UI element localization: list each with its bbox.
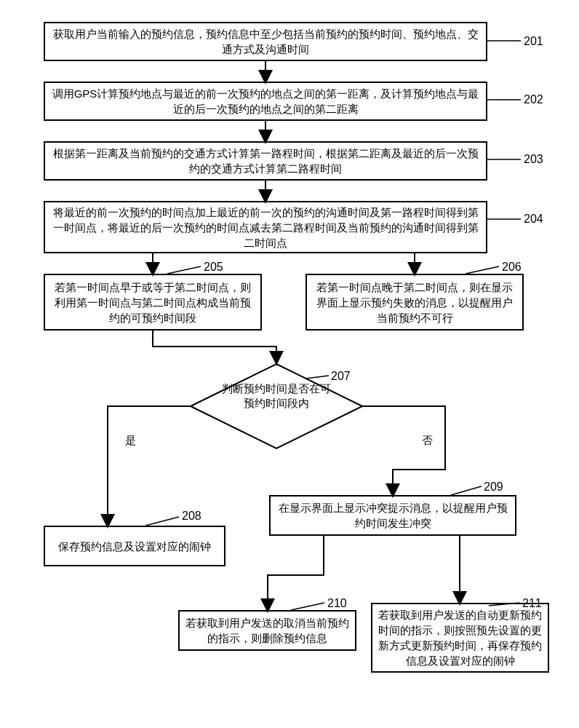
node-209: 在显示界面上显示冲突提示消息，以提醒用户预约时间发生冲突: [269, 495, 516, 536]
label-202: 202: [524, 93, 543, 106]
node-204-text: 将最近的前一次预约的时间点加上最近的前一次的预约的沟通时间及第一路程时间得到第一…: [51, 205, 480, 250]
label-209: 209: [484, 480, 503, 494]
svg-line-15: [291, 603, 324, 610]
label-207: 207: [331, 370, 351, 383]
svg-line-11: [466, 266, 499, 274]
label-206: 206: [502, 261, 522, 274]
label-201: 201: [524, 35, 543, 48]
label-205: 205: [204, 261, 223, 274]
node-206: 若第一时间点晚于第二时间点，则在显示界面上显示预约失败的消息，以提醒用户当前预约…: [306, 274, 524, 331]
label-210: 210: [327, 597, 347, 610]
edge-yes: 是: [125, 434, 136, 448]
svg-line-13: [145, 517, 179, 526]
node-208-text: 保存预约信息及设置对应的闹钟: [58, 539, 211, 554]
svg-line-10: [167, 266, 201, 274]
node-204: 将最近的前一次预约的时间点加上最近的前一次的预约的沟通时间及第一路程时间得到第一…: [44, 201, 487, 253]
node-211: 若获取到用户发送的自动更新预约时间的指示，则按照预先设置的更新方式更新预约时间，…: [371, 603, 549, 673]
node-203: 根据第一距离及当前预约的交通方式计算第一路程时间，根据第二距离及最近的后一次预约…: [44, 141, 487, 181]
label-203: 203: [524, 153, 543, 166]
node-211-text: 若获取到用户发送的自动更新预约时间的指示，则按照预先设置的更新方式更新预约时间，…: [378, 607, 542, 668]
label-204: 204: [524, 213, 543, 226]
node-203-text: 根据第一距离及当前预约的交通方式计算第一路程时间，根据第二距离及最近的后一次预约…: [51, 146, 480, 176]
label-211: 211: [522, 597, 542, 610]
svg-line-14: [451, 486, 482, 495]
node-201: 获取用户当前输入的预约信息，预约信息中至少包括当前预约的预约时间、预约地点、交通…: [44, 22, 487, 61]
node-210: 若获取到用户发送的取消当前预约的指示，则删除预约信息: [178, 610, 356, 651]
node-201-text: 获取用户当前输入的预约信息，预约信息中至少包括当前预约的预约时间、预约地点、交通…: [51, 26, 480, 57]
node-205-text: 若第一时间点早于或等于第二时间点，则利用第一时间点与第二时间点构成当前预约的可预…: [51, 280, 255, 325]
node-208: 保存预约信息及设置对应的闹钟: [44, 526, 225, 566]
edge-no: 否: [422, 434, 433, 448]
node-209-text: 在显示界面上显示冲突提示消息，以提醒用户预约时间发生冲突: [276, 500, 509, 531]
node-202: 调用GPS计算预约地点与最近的前一次预约的地点之间的第一距离，及计算预约地点与最…: [44, 82, 487, 121]
node-202-text: 调用GPS计算预约地点与最近的前一次预约的地点之间的第一距离，及计算预约地点与最…: [51, 86, 480, 116]
label-208: 208: [182, 510, 201, 523]
node-206-text: 若第一时间点晚于第二时间点，则在显示界面上显示预约失败的消息，以提醒用户当前预约…: [313, 280, 516, 325]
node-205: 若第一时间点早于或等于第二时间点，则利用第一时间点与第二时间点构成当前预约的可预…: [44, 274, 262, 331]
node-210-text: 若获取到用户发送的取消当前预约的指示，则删除预约信息: [185, 615, 349, 646]
node-207-text: 判断预约时间是否在可预约时间段内: [218, 381, 335, 411]
